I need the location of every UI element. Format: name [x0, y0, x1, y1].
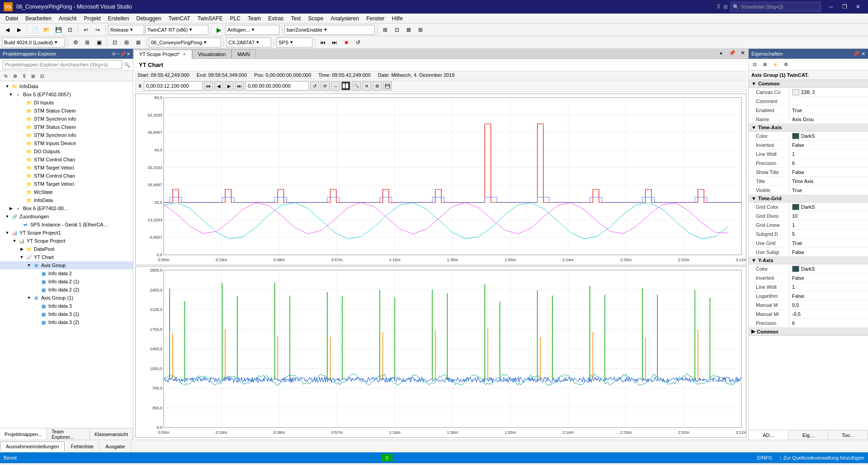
- toggle-dp[interactable]: ▶: [18, 247, 25, 251]
- props-sort-cat[interactable]: ⊡: [750, 60, 760, 70]
- menu-analysieren[interactable]: Analysieren: [327, 14, 363, 23]
- tb2-debug2[interactable]: ⏭: [329, 37, 340, 48]
- prop-value[interactable]: 0,5: [789, 301, 868, 309]
- platform-dropdown[interactable]: TwinCAT RT (x86) ▾: [145, 25, 208, 35]
- menu-debuggen[interactable]: Debuggen: [132, 14, 165, 23]
- tree-item-wc[interactable]: 📁 WcState: [0, 188, 133, 196]
- pos-input[interactable]: [245, 81, 309, 90]
- collapse-center-btn[interactable]: ▲: [716, 47, 726, 58]
- tab-visualization[interactable]: Visualization: [192, 49, 232, 58]
- prop-value[interactable]: 10: [789, 212, 868, 220]
- tb-undo-btn[interactable]: ↩: [80, 24, 91, 35]
- solution-explorer-tab[interactable]: Projektmappen...: [0, 428, 47, 440]
- tab-main[interactable]: MAIN: [231, 49, 256, 58]
- menu-test[interactable]: Test: [287, 14, 304, 23]
- se-expand-btn[interactable]: ⊡: [38, 72, 46, 80]
- toggle-zuord[interactable]: ▼: [4, 214, 11, 219]
- prop-value[interactable]: True: [789, 187, 868, 194]
- tab-output[interactable]: Ausgabe: [99, 442, 131, 451]
- tb-new-btn[interactable]: 📄: [29, 24, 40, 35]
- restore-button[interactable]: ❐: [838, 2, 851, 11]
- tree-item-datapool[interactable]: ▶ 📁 DataPool: [0, 245, 133, 253]
- prop-value[interactable]: False: [789, 292, 868, 300]
- tb2-restart[interactable]: ↺: [353, 37, 363, 48]
- project-dropdown[interactable]: 06_ConveyorPingPong ▾: [149, 38, 221, 47]
- tab-errors[interactable]: Fehlerliste: [65, 442, 99, 451]
- menu-ansicht[interactable]: Ansicht: [55, 14, 80, 23]
- prop-value[interactable]: 1: [789, 150, 868, 158]
- tb2-btn5[interactable]: ⊞: [121, 37, 132, 48]
- toggle-ag[interactable]: ▼: [25, 263, 33, 268]
- prop-value[interactable]: False: [789, 249, 868, 256]
- tree-item-yt-scope1[interactable]: ▼ 📊 YT Scope Project1: [0, 229, 133, 237]
- quick-search[interactable]: 🔍 Schnellstart (Strg+Q): [731, 2, 821, 12]
- tb2-debug1[interactable]: ⏮: [317, 37, 328, 48]
- rbt-eig[interactable]: Eig...: [788, 430, 828, 440]
- runtime-dropdown[interactable]: SPS ▾: [276, 38, 312, 47]
- tree-item-id2[interactable]: 📁 InfoData: [0, 196, 133, 204]
- prop-value[interactable]: 238; 2: [789, 88, 868, 96]
- tb-extra3[interactable]: ⊠: [403, 24, 414, 35]
- tree-item-info3-1[interactable]: ▦ Info data 3 (1): [0, 310, 133, 318]
- tb-back-btn[interactable]: ◀: [2, 24, 13, 35]
- menu-datei[interactable]: Datei: [2, 14, 22, 23]
- section-y-axis[interactable]: ▼ Y-Axis: [749, 257, 868, 264]
- tree-item-di[interactable]: 📁 DI Inputs: [0, 99, 133, 107]
- prop-value[interactable]: True: [789, 240, 868, 247]
- section-time-axis[interactable]: ▼ Time-Axis: [749, 124, 868, 132]
- chart-bar-btn[interactable]: ▊▊: [341, 81, 350, 90]
- source-control[interactable]: ↑ Zur Quellcodeverwaltung hinzufügen: [779, 455, 864, 460]
- tb-extra4[interactable]: ⊞: [415, 24, 426, 35]
- attach-dropdown[interactable]: Anfügen... ▾: [225, 25, 279, 35]
- se-refresh-btn[interactable]: ↻: [2, 72, 10, 80]
- tree-item-infodata[interactable]: ▼ 📁 InfoData: [0, 82, 133, 90]
- tree-item-info2[interactable]: ▦ Info data 2: [0, 269, 133, 277]
- chart-settings-btn[interactable]: ⚙: [373, 81, 382, 90]
- prop-value[interactable]: 1: [789, 221, 868, 229]
- tree-item-stm3[interactable]: 📁 STM Status Chann: [0, 123, 133, 131]
- tree-item-stm4[interactable]: 📁 STM Synchron info: [0, 131, 133, 139]
- menu-plc[interactable]: PLC: [226, 14, 244, 23]
- prop-value[interactable]: DarkS: [789, 132, 868, 140]
- prop-value[interactable]: -0,5: [789, 310, 868, 318]
- chart-refresh-btn[interactable]: ↺: [310, 81, 319, 90]
- tab-exceptions[interactable]: Ausnahmeeinstellungen: [0, 442, 65, 451]
- tb2-btn1[interactable]: ⚙: [70, 37, 81, 48]
- tab-close-icon[interactable]: ✕: [183, 52, 186, 56]
- props-events[interactable]: ⚡: [770, 60, 780, 70]
- tree-item-stm8[interactable]: 📁 STM Control Chan: [0, 172, 133, 180]
- se-settings-btn[interactable]: ⚙: [11, 72, 19, 80]
- prop-value[interactable]: 6: [789, 319, 868, 327]
- tree-item-box5[interactable]: ▼ ▪ Box 5 (EP7402-0057): [0, 90, 133, 99]
- chart-zoom-btn[interactable]: 🔍: [352, 81, 361, 90]
- tb-extra1[interactable]: ⊞: [380, 24, 391, 35]
- menu-twinsafe[interactable]: TwinSAFE: [194, 14, 226, 23]
- tab-yt-scope[interactable]: YT Scope Project* ✕: [133, 50, 192, 59]
- tree-item-axis-group-1[interactable]: ▼ ⊞ Axis Group (1): [0, 294, 133, 302]
- team-explorer-tab[interactable]: Team Explorer...: [47, 428, 90, 440]
- tree-item-info2-2[interactable]: ▦ Info data 2 (2): [0, 286, 133, 294]
- pin-icon[interactable]: 📌: [120, 52, 126, 56]
- tree-item-stm9[interactable]: 📁 STM Target Veloci: [0, 180, 133, 188]
- tree-item-stm1[interactable]: 📁 STM Status Chann: [0, 107, 133, 115]
- menu-team[interactable]: Team: [244, 14, 264, 23]
- tree-item-sps[interactable]: ⇄ SPS Instance - Gerät 1 (EtherCA…: [0, 221, 133, 229]
- close-panel-icon[interactable]: ✕: [127, 52, 130, 56]
- tb-save-all-btn[interactable]: ⊡: [65, 24, 75, 35]
- prop-value[interactable]: 5: [789, 230, 868, 238]
- collapse-icon[interactable]: −: [117, 52, 119, 56]
- chart-sync-btn[interactable]: ⟳: [321, 81, 330, 90]
- tree-item-zuord[interactable]: ▼ 🔗 Zuordnungen: [0, 212, 133, 221]
- chart-end-btn[interactable]: ⏭: [235, 81, 244, 90]
- tree-item-stm7[interactable]: 📁 STM Target Veloci: [0, 164, 133, 172]
- chart-prev-btn[interactable]: ◀: [214, 81, 223, 90]
- se-filter-btn[interactable]: ⊽: [20, 72, 28, 80]
- props-settings[interactable]: ⚙: [781, 60, 791, 70]
- prop-value[interactable]: False: [789, 274, 868, 282]
- chart-cross-btn[interactable]: ✕: [362, 81, 371, 90]
- props-sort-alpha[interactable]: ⊞: [760, 60, 770, 70]
- class-view-tab[interactable]: Klassenansicht: [90, 428, 133, 440]
- prop-value[interactable]: DarkS: [789, 265, 868, 273]
- chart-arrow-btn[interactable]: ↔: [331, 81, 340, 90]
- close-button[interactable]: ✕: [852, 2, 864, 11]
